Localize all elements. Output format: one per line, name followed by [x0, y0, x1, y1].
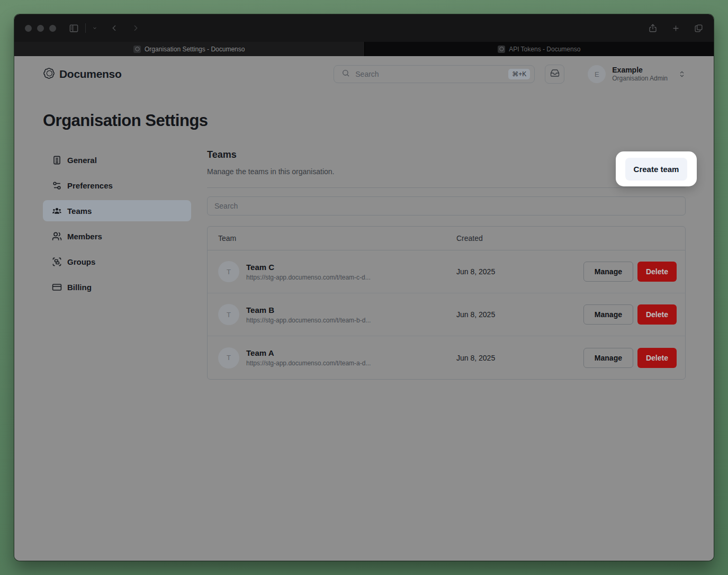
documenso-favicon — [133, 46, 141, 53]
sidebar-item-general[interactable]: General — [43, 149, 191, 170]
window-zoom-button[interactable] — [49, 25, 56, 32]
documenso-favicon — [498, 46, 505, 53]
section-divider — [207, 187, 686, 188]
team-url: https://stg-app.documenso.com/t/team-a-d… — [246, 360, 371, 367]
tab-title: Organisation Settings - Documenso — [145, 46, 245, 53]
manage-button[interactable]: Manage — [583, 304, 633, 325]
sidebar-item-label: Groups — [67, 257, 95, 266]
settings-sidebar: General Preferences Teams — [43, 149, 191, 302]
brand-name: Documenso — [59, 68, 122, 80]
sidebar-item-label: General — [67, 156, 97, 165]
tab-organisation-settings[interactable]: Organisation Settings - Documenso — [14, 42, 364, 56]
team-name: Team B — [246, 306, 371, 315]
team-name: Team C — [246, 263, 371, 272]
manage-button[interactable]: Manage — [583, 348, 633, 368]
toolbar-divider — [85, 23, 86, 33]
users-filled-icon — [52, 206, 62, 216]
table-row: T Team A https://stg-app.documenso.com/t… — [208, 336, 685, 379]
credit-card-icon — [52, 282, 62, 292]
sliders-icon — [52, 181, 62, 191]
user-menu[interactable]: E Example Organisation Admin — [588, 65, 686, 83]
user-role: Organisation Admin — [612, 75, 668, 83]
users-icon — [52, 231, 62, 241]
team-url: https://stg-app.documenso.com/t/team-b-d… — [246, 317, 371, 324]
sidebar-item-label: Billing — [67, 283, 92, 292]
sidebar-item-label: Members — [67, 232, 102, 241]
group-icon — [52, 257, 62, 267]
team-created-date: Jun 8, 2025 — [456, 310, 583, 319]
share-icon[interactable] — [648, 23, 658, 33]
sidebar-toggle-icon[interactable] — [69, 23, 79, 33]
create-team-button[interactable]: Create team — [625, 158, 687, 181]
sidebar-item-groups[interactable]: Groups — [43, 251, 191, 272]
window-close-button[interactable] — [25, 25, 32, 32]
section-subtitle: Manage the teams in this organisation. — [207, 167, 686, 176]
app-header: Documenso ⌘+K E Example Organisation Ad — [14, 56, 714, 84]
delete-button[interactable]: Delete — [637, 262, 677, 282]
team-name: Team A — [246, 348, 371, 358]
brand[interactable]: Documenso — [43, 67, 122, 82]
teams-search-input[interactable] — [207, 196, 686, 215]
sidebar-item-teams[interactable]: Teams — [43, 200, 191, 221]
sidebar-menu-chevron-icon[interactable] — [92, 25, 97, 31]
forward-button-icon[interactable] — [131, 24, 140, 32]
team-avatar: T — [218, 261, 239, 282]
tab-overview-icon[interactable] — [694, 24, 703, 33]
table-header-row: Team Created — [208, 227, 685, 250]
team-created-date: Jun 8, 2025 — [456, 267, 583, 276]
chevrons-up-down-icon — [678, 70, 686, 78]
delete-button[interactable]: Delete — [637, 348, 677, 368]
create-team-spotlight: Create team — [616, 151, 697, 186]
sidebar-item-billing[interactable]: Billing — [43, 276, 191, 298]
tab-title: API Tokens - Documenso — [509, 46, 580, 53]
documenso-logo-icon — [43, 67, 55, 82]
teams-table: Team Created T Team C https://stg-app.do… — [207, 226, 686, 380]
sidebar-item-label: Teams — [67, 206, 92, 215]
back-button-icon[interactable] — [110, 24, 119, 32]
section-title: Teams — [207, 149, 686, 160]
team-url: https://stg-app.documenso.com/t/team-c-d… — [246, 274, 371, 281]
user-name: Example — [612, 66, 668, 75]
app-content: Documenso ⌘+K E Example Organisation Ad — [14, 56, 714, 561]
search-icon — [341, 69, 350, 79]
team-created-date: Jun 8, 2025 — [456, 354, 583, 362]
browser-window: Organisation Settings - Documenso API To… — [14, 14, 714, 561]
table-row: T Team C https://stg-app.documenso.com/t… — [208, 250, 685, 293]
inbox-button[interactable] — [545, 65, 564, 84]
avatar: E — [588, 65, 606, 83]
new-tab-icon[interactable] — [671, 24, 680, 33]
team-avatar: T — [218, 304, 239, 325]
teams-panel: Teams Manage the teams in this organisat… — [207, 149, 686, 380]
building-icon — [52, 155, 62, 165]
tab-api-tokens[interactable]: API Tokens - Documenso — [364, 42, 714, 56]
column-header-created: Created — [456, 234, 685, 242]
table-row: T Team B https://stg-app.documenso.com/t… — [208, 293, 685, 336]
global-search[interactable]: ⌘+K — [334, 65, 535, 83]
global-search-input[interactable] — [355, 70, 503, 78]
browser-toolbar — [14, 14, 714, 42]
search-shortcut-badge: ⌘+K — [508, 69, 530, 79]
sidebar-item-label: Preferences — [67, 181, 113, 190]
manage-button[interactable]: Manage — [583, 262, 633, 282]
page-title: Organisation Settings — [43, 111, 714, 130]
column-header-team: Team — [208, 234, 456, 242]
inbox-icon — [550, 68, 560, 80]
sidebar-item-preferences[interactable]: Preferences — [43, 175, 191, 196]
browser-tabbar: Organisation Settings - Documenso API To… — [14, 42, 714, 56]
sidebar-item-members[interactable]: Members — [43, 226, 191, 247]
delete-button[interactable]: Delete — [637, 304, 677, 325]
window-minimize-button[interactable] — [37, 25, 44, 32]
team-avatar: T — [218, 347, 239, 369]
